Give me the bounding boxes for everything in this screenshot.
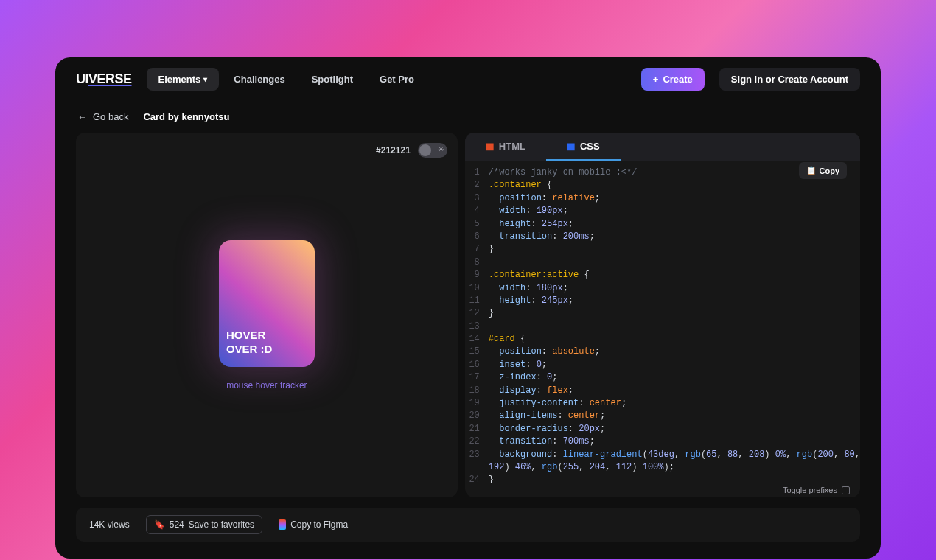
create-button[interactable]: +Create bbox=[641, 68, 705, 91]
demo-card[interactable]: HOVER OVER :D bbox=[219, 240, 315, 367]
code-line: 22 transition: 700ms; bbox=[465, 435, 860, 448]
plus-icon: + bbox=[653, 74, 659, 85]
nav-spotlight[interactable]: Spotlight bbox=[300, 68, 365, 91]
copy-button[interactable]: 📋Copy bbox=[799, 162, 848, 179]
code-line: 19 justify-content: center; bbox=[465, 397, 860, 410]
footer-bar: 14K views 🔖 524 Save to favorites Copy t… bbox=[76, 508, 860, 542]
bg-color-label: #212121 bbox=[376, 145, 411, 155]
bookmark-icon: 🔖 bbox=[154, 519, 165, 530]
subheader: ←Go back Card by kennyotsu bbox=[55, 101, 881, 133]
code-line: 192) 46%, rgb(255, 204, 112) 100%); bbox=[465, 461, 860, 474]
code-line: 8 bbox=[465, 256, 860, 269]
code-line: 7} bbox=[465, 243, 860, 256]
html-icon: ◼ bbox=[486, 140, 495, 152]
toggle-prefixes[interactable]: Toggle prefixes bbox=[465, 483, 860, 497]
nav-get-pro[interactable]: Get Pro bbox=[368, 68, 426, 91]
main: #212121 ☀ HOVER OVER :D mouse hover trac… bbox=[55, 133, 881, 497]
save-favorites-button[interactable]: 🔖 524 Save to favorites bbox=[146, 515, 262, 534]
nav-elements[interactable]: Elements▾ bbox=[147, 68, 220, 91]
code-line: 17 z-index: 0; bbox=[465, 371, 860, 384]
go-back-link[interactable]: ←Go back bbox=[77, 111, 128, 122]
preview-pane: #212121 ☀ HOVER OVER :D mouse hover trac… bbox=[76, 133, 458, 497]
code-line: 21 border-radius: 20px; bbox=[465, 423, 860, 435]
code-line: 6 transition: 200ms; bbox=[465, 231, 860, 243]
checkbox-icon[interactable] bbox=[842, 486, 850, 494]
code-line: 4 width: 190px; bbox=[465, 205, 860, 217]
code-line: 24} bbox=[465, 474, 860, 483]
code-editor[interactable]: 1/*works janky on mobile :<*/2.container… bbox=[465, 161, 860, 483]
theme-toggle[interactable]: ☀ bbox=[418, 143, 447, 158]
code-tabs: ◼HTML ◼CSS bbox=[465, 133, 860, 161]
code-line: 15 position: absolute; bbox=[465, 346, 860, 358]
css-icon: ◼ bbox=[567, 140, 576, 152]
app-window: UIVERSE Elements▾ Challenges Spotlight G… bbox=[55, 57, 881, 559]
demo-card-text: HOVER OVER :D bbox=[226, 328, 307, 357]
logo[interactable]: UIVERSE bbox=[76, 71, 132, 87]
code-line: 2.container { bbox=[465, 179, 860, 192]
figma-icon bbox=[279, 519, 286, 530]
code-line: 14#card { bbox=[465, 333, 860, 346]
code-line: 12} bbox=[465, 307, 860, 320]
demo-subtitle: mouse hover tracker bbox=[226, 380, 307, 391]
tab-css[interactable]: ◼CSS bbox=[546, 133, 621, 161]
sun-icon: ☀ bbox=[438, 145, 444, 153]
code-line: 23 background: linear-gradient(43deg, rg… bbox=[465, 449, 860, 461]
tab-html[interactable]: ◼HTML bbox=[465, 133, 546, 161]
copy-figma-button[interactable]: Copy to Figma bbox=[279, 519, 348, 530]
code-line: 10 width: 180px; bbox=[465, 282, 860, 295]
nav: Elements▾ Challenges Spotlight Get Pro bbox=[147, 68, 426, 91]
code-line: 5 height: 254px; bbox=[465, 218, 860, 231]
code-line: 13 bbox=[465, 321, 860, 333]
chevron-down-icon: ▾ bbox=[203, 75, 207, 83]
code-line: 3 position: relative; bbox=[465, 192, 860, 205]
code-pane: ◼HTML ◼CSS 📋Copy 1/*works janky on mobil… bbox=[465, 133, 860, 497]
header: UIVERSE Elements▾ Challenges Spotlight G… bbox=[55, 57, 881, 101]
clipboard-icon: 📋 bbox=[806, 166, 817, 175]
code-line: 16 inset: 0; bbox=[465, 359, 860, 371]
code-line: 11 height: 245px; bbox=[465, 295, 860, 307]
signin-button[interactable]: Sign in or Create Account bbox=[719, 68, 860, 91]
page-title: Card by kennyotsu bbox=[143, 111, 229, 122]
nav-challenges[interactable]: Challenges bbox=[222, 68, 296, 91]
preview-controls: #212121 ☀ bbox=[376, 143, 447, 158]
code-line: 9.container:active { bbox=[465, 269, 860, 281]
code-line: 18 display: flex; bbox=[465, 385, 860, 397]
code-line: 20 align-items: center; bbox=[465, 410, 860, 422]
views-count: 14K views bbox=[89, 519, 130, 530]
arrow-left-icon: ← bbox=[77, 111, 87, 122]
